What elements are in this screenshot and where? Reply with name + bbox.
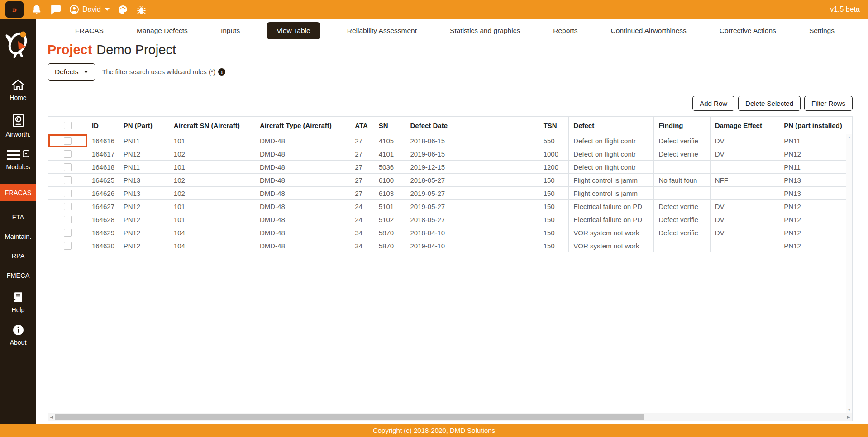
- info-icon[interactable]: i: [218, 68, 225, 76]
- cell[interactable]: 102: [169, 187, 255, 200]
- cell[interactable]: 2018-06-15: [405, 134, 539, 147]
- cell[interactable]: DMD-48: [255, 200, 350, 213]
- horizontal-scrollbar-thumb[interactable]: [55, 414, 644, 420]
- cell[interactable]: 164629: [87, 226, 119, 239]
- scroll-right-icon[interactable]: ▶: [845, 415, 852, 419]
- cell[interactable]: PN12: [779, 147, 846, 161]
- sidebar-item-maintain[interactable]: Maintain.: [0, 233, 36, 240]
- cell[interactable]: 1000: [539, 147, 569, 161]
- cell[interactable]: 101: [169, 200, 255, 213]
- cell[interactable]: DMD-48: [255, 226, 350, 239]
- cell[interactable]: Flight control is jamm: [569, 174, 654, 187]
- row-checkbox[interactable]: [64, 216, 72, 223]
- cell[interactable]: 164628: [87, 213, 119, 226]
- cell[interactable]: 150: [539, 174, 569, 187]
- select-all-checkbox[interactable]: [64, 122, 72, 129]
- cell[interactable]: 104: [169, 226, 255, 239]
- row-checkbox[interactable]: [64, 190, 72, 197]
- cell[interactable]: 101: [169, 213, 255, 226]
- cell[interactable]: DV: [710, 226, 779, 239]
- row-select-cell[interactable]: [48, 187, 87, 200]
- row-checkbox[interactable]: [64, 242, 72, 250]
- cell[interactable]: 27: [350, 147, 374, 161]
- tab-view-table[interactable]: View Table: [267, 22, 320, 39]
- cell[interactable]: Defect verifie: [654, 213, 710, 226]
- bug-report-icon[interactable]: [136, 5, 147, 15]
- cell[interactable]: 164616: [87, 134, 119, 147]
- sidebar-item-fta[interactable]: FTA: [0, 214, 36, 221]
- scroll-down-icon[interactable]: ▼: [848, 408, 851, 412]
- cell[interactable]: Electrical failure on PD: [569, 200, 654, 213]
- cell[interactable]: [710, 161, 779, 174]
- row-checkbox[interactable]: [64, 137, 72, 145]
- tab-fracas[interactable]: FRACAS: [69, 23, 110, 39]
- cell[interactable]: Flight control is jamm: [569, 187, 654, 200]
- tab-reports[interactable]: Reports: [547, 23, 584, 39]
- cell[interactable]: 164627: [87, 200, 119, 213]
- tab-reliability-assessment[interactable]: Reliability Assessment: [341, 23, 423, 39]
- cell[interactable]: No fault foun: [654, 174, 710, 187]
- cell[interactable]: DV: [710, 200, 779, 213]
- cell[interactable]: 150: [539, 226, 569, 239]
- sidebar-item-fracas[interactable]: FRACAS: [0, 184, 36, 201]
- cell[interactable]: Electrical failure on PD: [569, 213, 654, 226]
- tab-statistics-and-graphics[interactable]: Statistics and graphics: [444, 23, 526, 39]
- sidebar-expand-button[interactable]: »: [5, 1, 24, 18]
- cell[interactable]: DV: [710, 134, 779, 147]
- sidebar-item-home[interactable]: Home: [0, 79, 36, 101]
- cell[interactable]: PN12: [779, 200, 846, 213]
- cell[interactable]: Defect verifie: [654, 226, 710, 239]
- sidebar-item-airworthiness[interactable]: Airworth.: [0, 114, 36, 138]
- row-checkbox[interactable]: [64, 229, 72, 237]
- cell[interactable]: PN12: [779, 213, 846, 226]
- cell[interactable]: 101: [169, 134, 255, 147]
- defects-dropdown[interactable]: Defects: [48, 63, 95, 81]
- cell[interactable]: 27: [350, 161, 374, 174]
- sidebar-item-help[interactable]: Help: [0, 291, 36, 314]
- cell[interactable]: 27: [350, 174, 374, 187]
- cell[interactable]: 2019-06-15: [405, 147, 539, 161]
- cell[interactable]: 164626: [87, 187, 119, 200]
- cell[interactable]: 27: [350, 134, 374, 147]
- cell[interactable]: 2019-12-15: [405, 161, 539, 174]
- vertical-scrollbar[interactable]: ▲ ▼: [846, 134, 852, 413]
- cell[interactable]: 6100: [374, 174, 405, 187]
- cell[interactable]: DV: [710, 147, 779, 161]
- cell[interactable]: Defect verifie: [654, 134, 710, 147]
- cell[interactable]: PN12: [119, 213, 169, 226]
- cell[interactable]: Defect verifie: [654, 147, 710, 161]
- cell[interactable]: PN13: [779, 187, 846, 200]
- cell[interactable]: PN13: [119, 174, 169, 187]
- row-checkbox[interactable]: [64, 163, 72, 171]
- cell[interactable]: PN11: [779, 161, 846, 174]
- cell[interactable]: 101: [169, 161, 255, 174]
- scroll-up-icon[interactable]: ▲: [848, 135, 851, 139]
- cell[interactable]: Defect on flight contr: [569, 147, 654, 161]
- cell[interactable]: DMD-48: [255, 174, 350, 187]
- messages-chat-icon[interactable]: [50, 5, 61, 15]
- cell[interactable]: 6103: [374, 187, 405, 200]
- cell[interactable]: Defect on flight contr: [569, 161, 654, 174]
- row-select-cell[interactable]: [48, 200, 87, 213]
- tab-settings[interactable]: Settings: [803, 23, 841, 39]
- cell[interactable]: 5870: [374, 226, 405, 239]
- cell[interactable]: 4105: [374, 134, 405, 147]
- cell[interactable]: PN13: [779, 174, 846, 187]
- cell[interactable]: DMD-48: [255, 239, 350, 252]
- cell[interactable]: 1200: [539, 161, 569, 174]
- cell[interactable]: PN12: [119, 239, 169, 252]
- cell[interactable]: 5036: [374, 161, 405, 174]
- cell[interactable]: 27: [350, 187, 374, 200]
- tab-inputs[interactable]: Inputs: [215, 23, 246, 39]
- cell[interactable]: PN12: [779, 239, 846, 252]
- user-menu[interactable]: David: [69, 5, 110, 14]
- cell[interactable]: 2019-04-10: [405, 239, 539, 252]
- cell[interactable]: PN11: [779, 134, 846, 147]
- cell[interactable]: DV: [710, 213, 779, 226]
- cell[interactable]: DMD-48: [255, 147, 350, 161]
- scroll-left-icon[interactable]: ◀: [48, 415, 55, 419]
- notifications-bell-icon[interactable]: [32, 4, 42, 15]
- cell[interactable]: [654, 239, 710, 252]
- cell[interactable]: PN12: [119, 226, 169, 239]
- cell[interactable]: 5870: [374, 239, 405, 252]
